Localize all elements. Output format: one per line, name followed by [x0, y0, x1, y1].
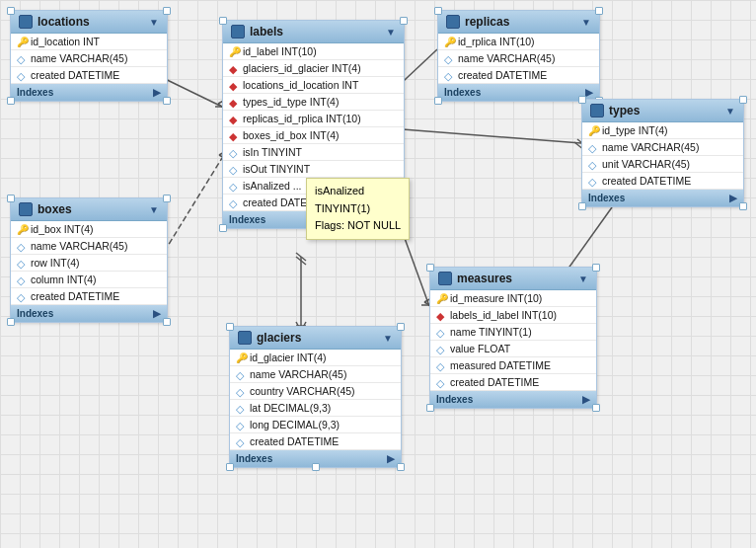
- replicas-footer[interactable]: Indexes ▶: [438, 84, 599, 101]
- header-arrow: ▼: [725, 106, 735, 117]
- resize-tr[interactable]: [163, 7, 171, 15]
- field-text: name TINYINT(1): [450, 326, 532, 338]
- key-icon: 🔑: [436, 293, 446, 303]
- resize-tl[interactable]: [426, 264, 434, 272]
- resize-br[interactable]: [163, 318, 171, 326]
- footer-arrow-icon: ▶: [582, 394, 590, 405]
- resize-tl[interactable]: [578, 96, 586, 104]
- resize-tl[interactable]: [7, 7, 15, 15]
- table-row: ◇ created DATETIME: [438, 67, 599, 84]
- locations-table-header[interactable]: locations ▼: [11, 11, 167, 34]
- locations-table: locations ▼ 🔑 id_location INT ◇ name VAR…: [10, 10, 168, 102]
- table-row: 🔑 id_glacier INT(4): [230, 350, 401, 366]
- table-icon: [19, 15, 33, 29]
- resize-tr[interactable]: [739, 96, 747, 104]
- field-text: value FLOAT: [450, 343, 510, 354]
- table-row: ◇ unit VARCHAR(45): [582, 156, 743, 173]
- key-icon: 🔑: [444, 37, 454, 46]
- svg-line-27: [296, 253, 306, 261]
- key-icon: 🔑: [588, 125, 598, 135]
- resize-tl[interactable]: [7, 195, 15, 202]
- field-text: locations_id_location INT: [243, 79, 358, 91]
- labels-title: labels: [250, 25, 381, 39]
- header-arrow: ▼: [149, 17, 159, 28]
- diamond-icon: ◇: [236, 436, 246, 446]
- diamond-icon: ◇: [17, 291, 27, 301]
- resize-br[interactable]: [739, 202, 747, 210]
- resize-tl[interactable]: [219, 17, 227, 25]
- glaciers-title: glaciers: [257, 331, 378, 345]
- resize-bl[interactable]: [578, 202, 586, 210]
- table-row: ◆ labels_id_label INT(10): [430, 307, 596, 324]
- resize-bl[interactable]: [7, 97, 15, 105]
- resize-bl[interactable]: [434, 97, 442, 105]
- types-footer[interactable]: Indexes ▶: [582, 190, 743, 206]
- resize-tl[interactable]: [226, 323, 234, 331]
- header-arrow: ▼: [581, 17, 591, 28]
- tooltip-line2: TINYINT(1): [315, 200, 401, 218]
- measures-table-header[interactable]: measures ▼: [430, 268, 596, 290]
- field-text: id_measure INT(10): [450, 292, 542, 304]
- locations-footer[interactable]: Indexes ▶: [11, 84, 167, 101]
- footer-arrow-icon: ▶: [153, 308, 161, 319]
- resize-br[interactable]: [163, 97, 171, 105]
- resize-br[interactable]: [397, 463, 405, 471]
- boxes-table: boxes ▼ 🔑 id_box INT(4) ◇ name VARCHAR(4…: [10, 197, 168, 323]
- resize-bl[interactable]: [226, 463, 234, 471]
- field-text: long DECIMAL(9,3): [250, 419, 340, 431]
- resize-tl[interactable]: [434, 7, 442, 15]
- measures-footer[interactable]: Indexes ▶: [430, 391, 596, 408]
- table-row: ◇ name VARCHAR(45): [582, 139, 743, 156]
- table-row: 🔑 id_location INT: [11, 34, 167, 50]
- table-icon: [19, 202, 33, 216]
- table-icon: [231, 25, 245, 39]
- tooltip-line3: Flags: NOT NULL: [315, 217, 401, 235]
- labels-table-header[interactable]: labels ▼: [223, 21, 404, 43]
- tooltip-line1: isAnalized: [315, 183, 401, 200]
- replicas-table-header[interactable]: replicas ▼: [438, 11, 599, 34]
- header-arrow: ▼: [383, 333, 393, 344]
- field-text: isAnalized ...: [243, 180, 302, 192]
- field-text: name VARCHAR(45): [602, 141, 699, 153]
- field-text: types_id_type INT(4): [243, 96, 339, 108]
- replicas-title: replicas: [465, 15, 576, 29]
- boxes-table-header[interactable]: boxes ▼: [11, 198, 167, 221]
- resize-bm[interactable]: [312, 463, 320, 471]
- types-table-header[interactable]: types ▼: [582, 100, 743, 122]
- resize-tr[interactable]: [397, 323, 405, 331]
- resize-tr[interactable]: [595, 7, 603, 15]
- diamond-icon: ◇: [236, 403, 246, 413]
- table-row: ◇ name VARCHAR(45): [438, 50, 599, 67]
- diamond-icon: ◇: [588, 176, 598, 186]
- key-icon: 🔑: [17, 37, 27, 46]
- red-diamond-icon: ◆: [436, 310, 446, 320]
- field-text: created DATETIME: [31, 290, 119, 302]
- types-title: types: [609, 104, 720, 117]
- field-text: isIn TINYINT: [243, 146, 302, 158]
- table-row: ◇ long DECIMAL(9,3): [230, 417, 401, 433]
- resize-bl[interactable]: [7, 318, 15, 326]
- footer-label: Indexes: [229, 214, 265, 225]
- resize-bl[interactable]: [219, 224, 227, 232]
- header-arrow: ▼: [578, 274, 588, 284]
- diamond-icon: ◇: [17, 53, 27, 63]
- resize-tr[interactable]: [400, 17, 408, 25]
- measures-table: measures ▼ 🔑 id_measure INT(10) ◆ labels…: [429, 267, 597, 409]
- resize-tr[interactable]: [592, 264, 600, 272]
- field-text: row INT(4): [31, 257, 80, 269]
- table-row: 🔑 id_rplica INT(10): [438, 34, 599, 50]
- header-arrow: ▼: [149, 204, 159, 215]
- field-text: country VARCHAR(45): [250, 385, 355, 397]
- glaciers-table-header[interactable]: glaciers ▼: [230, 327, 401, 350]
- svg-line-26: [296, 257, 306, 265]
- diamond-icon: ◇: [229, 181, 239, 191]
- key-icon: 🔑: [229, 46, 239, 56]
- resize-tr[interactable]: [163, 195, 171, 202]
- diamond-icon: ◇: [436, 377, 446, 387]
- red-diamond-icon: ◆: [229, 63, 239, 73]
- footer-arrow-icon: ▶: [153, 87, 161, 98]
- boxes-footer[interactable]: Indexes ▶: [11, 305, 167, 322]
- resize-br[interactable]: [592, 404, 600, 412]
- diamond-icon: ◇: [229, 147, 239, 157]
- resize-bl[interactable]: [426, 404, 434, 412]
